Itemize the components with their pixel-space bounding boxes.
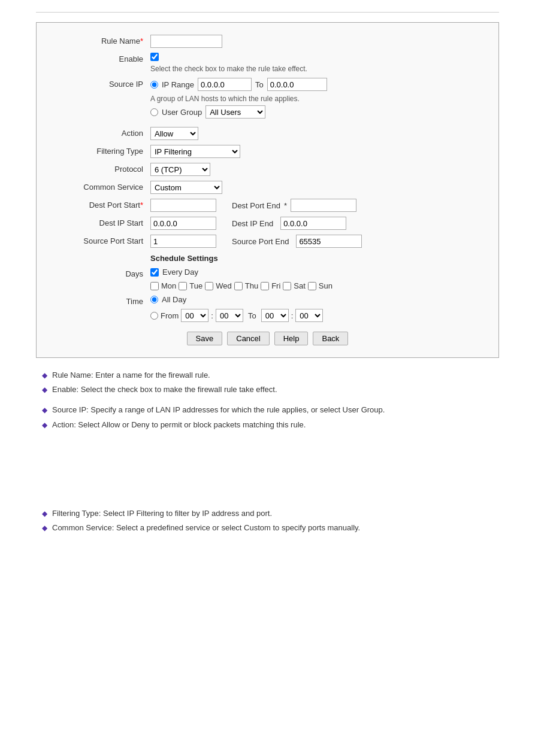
bullet-text: Source IP: Specify a range of LAN IP add… [52,405,385,415]
button-row: Save Cancel Help Back [55,332,480,345]
dest-ip-start-input[interactable] [150,217,216,230]
enable-label: Enable [55,53,150,63]
every-day-label: Every Day [162,268,198,277]
dest-port-start-input[interactable] [150,199,216,212]
bullet-diamond-icon: ◆ [42,421,47,429]
bullet-diamond-icon: ◆ [42,371,47,379]
back-button[interactable]: Back [313,332,348,345]
enable-checkbox[interactable] [150,53,159,61]
common-service-select[interactable]: Custom HTTP HTTPS FTP SMTP POP3 [150,181,222,194]
sat-label: Sat [294,281,306,290]
action-select[interactable]: Allow Deny [150,127,198,140]
ip-range-to-input[interactable] [267,78,327,91]
dest-port-end-input[interactable] [291,199,356,212]
save-button[interactable]: Save [187,332,223,345]
to-label-time: To [248,311,256,320]
thu-checkbox[interactable] [234,282,243,290]
schedule-settings-heading: Schedule Settings [150,254,480,263]
sun-checkbox[interactable] [308,282,316,290]
dest-port-end-label: Dest Port End [232,201,280,210]
dest-ip-start-label: Dest IP Start [55,217,150,227]
rule-name-input[interactable] [150,35,222,48]
days-label: Days [55,268,150,278]
fri-label: Fri [271,281,280,290]
lan-hosts-hint: A group of LAN hosts to which the rule a… [150,95,480,103]
source-port-end-label: Source Port End [232,237,289,246]
bullet-diamond-icon: ◆ [42,524,47,532]
protocol-label: Protocol [55,163,150,174]
tue-label: Tue [189,281,202,290]
rule-name-label: Rule Name* [55,35,150,45]
common-service-label: Common Service [55,181,150,192]
from-label: From [161,311,179,320]
fri-checkbox[interactable] [261,282,269,290]
user-group-label: User Group [162,108,202,117]
protocol-select[interactable]: 6 (TCP) 17 (UDP) 1 (ICMP) Any [150,163,210,176]
bullet-diamond-icon: ◆ [42,385,47,394]
all-day-label: All Day [162,295,186,304]
bullet-text: Filtering Type: Select IP Filtering to f… [52,508,272,519]
dest-ip-end-label: Dest IP End [232,219,273,228]
bullet-item: ◆ Source IP: Specify a range of LAN IP a… [42,405,499,415]
bullet-text: Common Service: Select a predefined serv… [52,523,360,533]
bullet-text: Rule Name: Enter a name for the firewall… [52,370,210,381]
bullet-diamond-icon: ◆ [42,509,47,518]
wed-checkbox[interactable] [205,282,213,290]
bullet-diamond-icon: ◆ [42,406,47,414]
filtering-type-label: Filtering Type [55,145,150,156]
time-from-h-select[interactable]: 00010203 04050607 08091011 12131415 1617… [181,309,208,322]
help-button[interactable]: Help [274,332,309,345]
source-port-start-input[interactable] [150,235,216,248]
cancel-button[interactable]: Cancel [227,332,269,345]
ip-range-from-input[interactable] [198,78,252,91]
source-port-start-label: Source Port Start [55,235,150,245]
every-day-checkbox[interactable] [150,268,159,277]
bullet-item: ◆ Action: Select Allow or Deny to permit… [42,420,499,430]
user-group-radio[interactable] [150,108,158,116]
dest-port-start-label: Dest Port Start* [55,199,150,210]
ip-range-label: IP Range [162,80,194,89]
bullet-item: ◆ Enable: Select the check box to make t… [42,384,499,395]
ip-range-radio[interactable] [150,81,158,89]
mon-checkbox[interactable] [150,282,159,290]
filtering-type-select[interactable]: IP Filtering [150,145,240,158]
time-from-m-select[interactable]: 00153045 [216,309,243,322]
action-label: Action [55,127,150,138]
source-port-end-input[interactable] [296,235,362,248]
time-label: Time [55,295,150,306]
bullet-section-1: ◆ Rule Name: Enter a name for the firewa… [36,370,499,430]
bullet-item: ◆ Rule Name: Enter a name for the firewa… [42,370,499,381]
all-day-radio[interactable] [150,296,158,303]
mon-label: Mon [161,281,176,290]
enable-hint: Select the check box to make the rule ta… [150,65,480,73]
source-ip-label: Source IP [55,78,150,89]
time-to-h-select[interactable]: 00010203 04050607 08091011 12131415 1617… [261,309,289,322]
sat-checkbox[interactable] [283,282,291,290]
bullet-item: ◆ Filtering Type: Select IP Filtering to… [42,508,499,519]
bullet-section-2: ◆ Filtering Type: Select IP Filtering to… [36,508,499,533]
bullet-item: ◆ Common Service: Select a predefined se… [42,523,499,533]
thu-label: Thu [245,281,258,290]
time-to-m-select[interactable]: 00153045 [295,309,323,322]
user-group-select[interactable]: All Users [205,105,265,119]
bullet-text: Action: Select Allow or Deny to permit o… [52,420,306,430]
sun-label: Sun [319,281,333,290]
to-label-ip: To [255,80,264,89]
from-radio[interactable] [150,312,158,320]
tue-checkbox[interactable] [179,282,187,290]
bullet-text: Enable: Select the check box to make the… [52,384,277,395]
wed-label: Wed [216,281,232,290]
dest-ip-end-input[interactable] [280,217,346,230]
